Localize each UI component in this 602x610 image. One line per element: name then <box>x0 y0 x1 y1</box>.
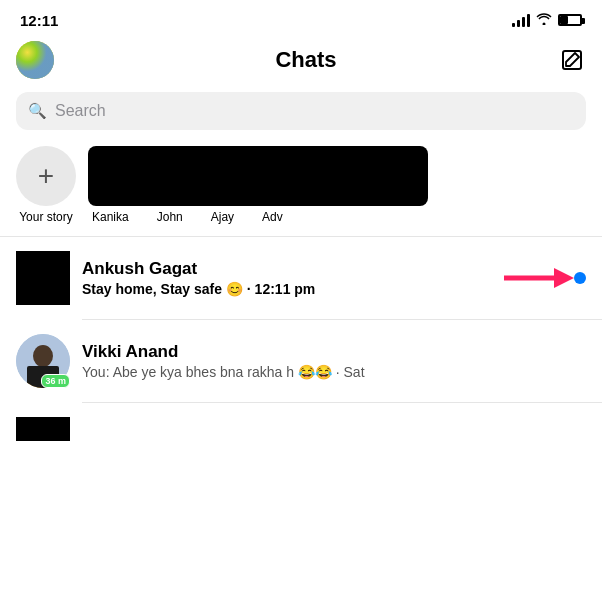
chat-item-vikki[interactable]: 36 m Vikki Anand You: Abe ye kya bhes bn… <box>0 324 602 398</box>
search-bar[interactable]: 🔍 Search <box>16 92 586 130</box>
chat-item-partial[interactable] <box>0 407 602 451</box>
divider-2 <box>82 319 602 320</box>
battery-icon <box>558 14 582 26</box>
wifi-icon <box>536 12 552 28</box>
chat-item-ankush[interactable]: Ankush Gagat Stay home, Stay safe 😊 · 12… <box>0 241 602 315</box>
stories-media-block <box>88 146 428 206</box>
page-title: Chats <box>275 47 336 73</box>
story-kanika-label[interactable]: Kanika <box>92 210 129 224</box>
ankush-preview: Stay home, Stay safe 😊 · 12:11 pm <box>82 281 482 297</box>
arrow-indicator <box>504 264 574 292</box>
chat-list: Ankush Gagat Stay home, Stay safe 😊 · 12… <box>0 241 602 451</box>
svg-marker-4 <box>554 268 574 288</box>
stories-row: + Your story Kanika John Ajay Adv <box>0 138 602 232</box>
story-adv-label[interactable]: Adv <box>262 210 283 224</box>
status-icons <box>512 12 582 28</box>
search-container: 🔍 Search <box>0 88 602 138</box>
vikki-badge: 36 m <box>41 374 70 388</box>
pink-arrow-icon <box>504 264 574 292</box>
vikki-name: Vikki Anand <box>82 342 586 362</box>
divider-1 <box>0 236 602 237</box>
svg-point-6 <box>33 345 53 367</box>
your-story[interactable]: + Your story <box>16 146 76 224</box>
unread-dot <box>574 272 586 284</box>
ankush-avatar <box>16 251 70 305</box>
ankush-meta <box>574 272 586 284</box>
search-icon: 🔍 <box>28 102 47 120</box>
svg-point-1 <box>16 41 54 79</box>
stories-labels: Kanika John Ajay Adv <box>88 210 283 224</box>
stories-black-block: Kanika John Ajay Adv <box>88 146 428 224</box>
search-placeholder: Search <box>55 102 106 120</box>
profile-avatar[interactable] <box>16 41 54 79</box>
add-story-button[interactable]: + <box>16 146 76 206</box>
signal-icon <box>512 13 530 27</box>
divider-3 <box>82 402 602 403</box>
header: Chats <box>0 36 602 88</box>
story-ajay-label[interactable]: Ajay <box>211 210 234 224</box>
vikki-preview: You: Abe ye kya bhes bna rakha h 😂😂 · Sa… <box>82 364 586 380</box>
your-story-label: Your story <box>19 210 73 224</box>
ankush-name: Ankush Gagat <box>82 259 482 279</box>
status-bar: 12:11 <box>0 0 602 36</box>
partial-avatar <box>16 417 70 441</box>
vikki-avatar-wrapper: 36 m <box>16 334 70 388</box>
compose-button[interactable] <box>558 46 586 74</box>
story-john-label[interactable]: John <box>157 210 183 224</box>
ankush-content: Ankush Gagat Stay home, Stay safe 😊 · 12… <box>82 259 482 297</box>
status-time: 12:11 <box>20 12 58 29</box>
vikki-content: Vikki Anand You: Abe ye kya bhes bna rak… <box>82 342 586 380</box>
